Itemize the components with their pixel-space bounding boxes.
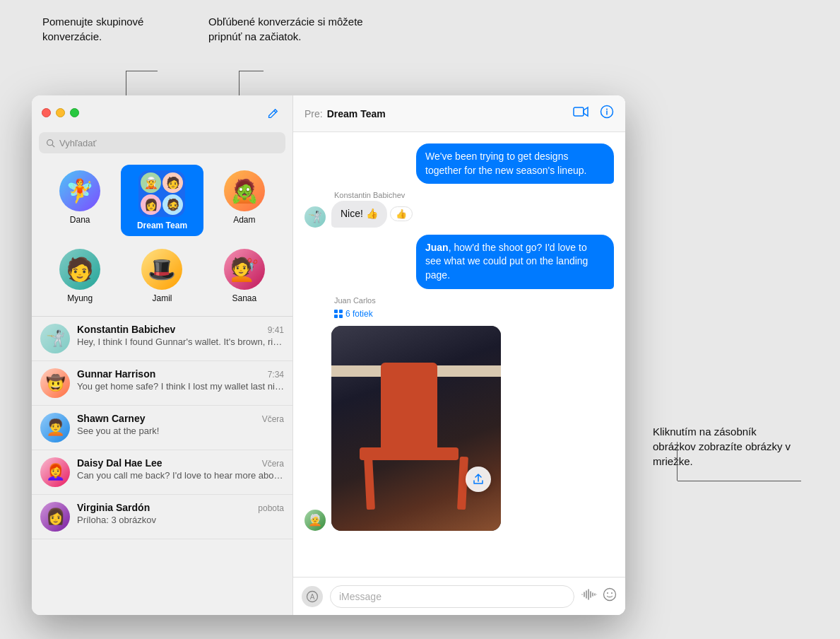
photo-share-button[interactable] <box>466 467 491 492</box>
avatar-konstantin: 🤺 <box>40 324 70 353</box>
avatar-gunnar: 🤠 <box>40 368 70 398</box>
svg-line-1 <box>52 144 54 146</box>
conv-header-gunnar: Gunnar Harrison 7:34 <box>77 368 284 380</box>
annotation-pin-conversation: Obľúbené konverzácie si môžete pripnúť n… <box>208 14 364 44</box>
callout-line-2h <box>239 71 264 71</box>
input-bar: A iMessage <box>293 577 625 615</box>
conv-preview-virginia: Príloha: 3 obrázkov <box>77 515 284 525</box>
avatar-daisy: 👩‍🦰 <box>40 457 70 487</box>
chat-to-label: Pre: <box>304 108 323 119</box>
annotation-photo-grid: Kliknutím na zásobník obrázkov zobrazíte… <box>653 424 801 469</box>
avatar-adam: 🧟 <box>224 170 265 211</box>
conv-content-gunnar: Gunnar Harrison 7:34 You get home safe? … <box>77 368 284 392</box>
message-input[interactable]: iMessage <box>330 585 574 608</box>
pinned-item-dana[interactable]: 🧚 Dana <box>39 165 121 236</box>
conv-name-virginia: Virginia Sardón <box>77 502 150 513</box>
conv-header-daisy: Daisy Dal Hae Lee Včera <box>77 457 284 469</box>
pinned-name-jamil: Jamil <box>152 293 172 303</box>
message-tapback-konstantin: 👍 <box>390 206 413 221</box>
conv-name-shawn: Shawn Carney <box>77 413 145 424</box>
pinned-name-dreamteam: Dream Team <box>137 221 187 230</box>
message-bubble-outgoing-2: Juan, how'd the shoot go? I'd love to se… <box>416 235 614 289</box>
avatar-shawn: 🧑‍🦱 <box>40 413 70 442</box>
message-outgoing-2: Juan, how'd the shoot go? I'd love to se… <box>304 235 614 289</box>
svg-point-22 <box>611 592 613 594</box>
pinned-name-adam: Adam <box>233 215 255 225</box>
traffic-lights <box>42 108 79 117</box>
conv-content-shawn: Shawn Carney Včera See you at the park! <box>77 413 284 436</box>
conv-header-virginia: Virginia Sardón pobota <box>77 502 284 513</box>
emoji-button[interactable] <box>603 587 617 605</box>
audio-wave-button[interactable] <box>581 589 597 604</box>
chat-title-name: Dream Team <box>327 108 386 119</box>
svg-rect-7 <box>339 310 343 313</box>
svg-rect-2 <box>574 107 584 116</box>
conversation-item-virginia[interactable]: 👩 Virginia Sardón pobota Príloha: 3 obrá… <box>32 495 292 539</box>
avatar-dana: 🧚 <box>59 170 100 211</box>
chat-header: Pre: Dream Team <box>293 95 625 132</box>
pinned-item-sanaa[interactable]: 💇 Sanaa <box>203 243 285 309</box>
apps-button[interactable]: A <box>302 586 323 607</box>
conversation-list: 🤺 Konstantin Babichev 9:41 Hey, I think … <box>32 317 292 615</box>
conv-time-konstantin: 9:41 <box>268 325 284 335</box>
grid-icon <box>334 310 343 318</box>
message-incoming-konstantin: Konstantin Babichev 🤺 Nice! 👍 👍 <box>304 191 614 228</box>
sidebar: Vyhľadať 🧚 Dana 🧝 🧑 👩 🧔 Dream Team <box>32 95 293 615</box>
chat-title-area: Pre: Dream Team <box>304 108 573 119</box>
svg-point-5 <box>606 109 608 110</box>
conversation-item-shawn[interactable]: 🧑‍🦱 Shawn Carney Včera See you at the pa… <box>32 406 292 450</box>
chair-back <box>381 363 437 447</box>
compose-button[interactable] <box>263 104 283 124</box>
conv-header-konstantin: Konstantin Babichev 9:41 <box>77 324 284 335</box>
message-sender-konstantin: Konstantin Babichev <box>304 191 405 199</box>
message-bubble-outgoing-1: We've been trying to get designs togethe… <box>416 143 614 184</box>
search-placeholder: Vyhľadať <box>59 138 96 148</box>
conversation-item-konstantin[interactable]: 🤺 Konstantin Babichev 9:41 Hey, I think … <box>32 317 292 361</box>
pinned-item-adam[interactable]: 🧟 Adam <box>203 165 285 236</box>
conv-content-virginia: Virginia Sardón pobota Príloha: 3 obrázk… <box>77 502 284 525</box>
conversation-item-gunnar[interactable]: 🤠 Gunnar Harrison 7:34 You get home safe… <box>32 361 292 406</box>
conv-time-virginia: pobota <box>258 503 284 513</box>
msg-with-avatar-konstantin: 🤺 Nice! 👍 👍 <box>304 201 413 228</box>
photo-grid-link[interactable]: 6 fotiek <box>304 309 373 319</box>
conv-time-daisy: Včera <box>262 459 284 469</box>
photo-inner <box>331 326 501 531</box>
input-right-icons <box>581 587 617 605</box>
callout-line-1h <box>126 71 158 71</box>
svg-point-20 <box>604 589 616 601</box>
avatar-virginia: 👩 <box>40 502 70 532</box>
callout-line-3h <box>678 481 801 481</box>
photo-sender-label: Juan Carlos <box>304 296 376 305</box>
conv-time-gunnar: 7:34 <box>268 370 284 380</box>
info-button[interactable] <box>600 105 614 122</box>
pinned-conversations-row1: 🧚 Dana 🧝 🧑 👩 🧔 Dream Team 🧟 Ada <box>32 160 292 243</box>
pinned-item-myung[interactable]: 🧑 Myung <box>39 243 121 309</box>
avatar-myung: 🧑 <box>59 249 100 290</box>
avatar-jamil: 🎩 <box>141 249 182 290</box>
fullscreen-button[interactable] <box>70 108 79 117</box>
photo-stack-image[interactable] <box>331 326 501 531</box>
conv-content-daisy: Daisy Dal Hae Lee Včera Can you call me … <box>77 457 284 481</box>
search-icon <box>46 139 55 148</box>
minimize-button[interactable] <box>56 108 65 117</box>
pinned-conversations-row2: 🧑 Myung 🎩 Jamil 💇 Sanaa <box>32 243 292 316</box>
chair-leg-left <box>364 456 375 510</box>
messages-area: We've been trying to get designs togethe… <box>293 132 625 577</box>
svg-rect-8 <box>334 315 338 318</box>
video-call-button[interactable] <box>573 106 588 121</box>
conv-name-konstantin: Konstantin Babichev <box>77 324 175 335</box>
pinned-item-dreamteam[interactable]: 🧝 🧑 👩 🧔 Dream Team <box>121 165 203 236</box>
close-button[interactable] <box>42 108 51 117</box>
conv-name-gunnar: Gunnar Harrison <box>77 368 155 380</box>
photo-stack-row: 🧑‍🦳 <box>304 326 501 531</box>
conv-preview-gunnar: You get home safe? I think I lost my wal… <box>77 381 284 392</box>
messages-window: Vyhľadať 🧚 Dana 🧝 🧑 👩 🧔 Dream Team <box>32 95 625 615</box>
svg-rect-6 <box>334 310 338 313</box>
svg-rect-9 <box>339 315 343 318</box>
svg-point-0 <box>47 139 53 145</box>
conversation-item-daisy[interactable]: 👩‍🦰 Daisy Dal Hae Lee Včera Can you call… <box>32 450 292 495</box>
conv-name-daisy: Daisy Dal Hae Lee <box>77 457 162 469</box>
search-bar[interactable]: Vyhľadať <box>39 132 285 153</box>
chat-area: Pre: Dream Team <box>293 95 625 615</box>
pinned-item-jamil[interactable]: 🎩 Jamil <box>121 243 203 309</box>
